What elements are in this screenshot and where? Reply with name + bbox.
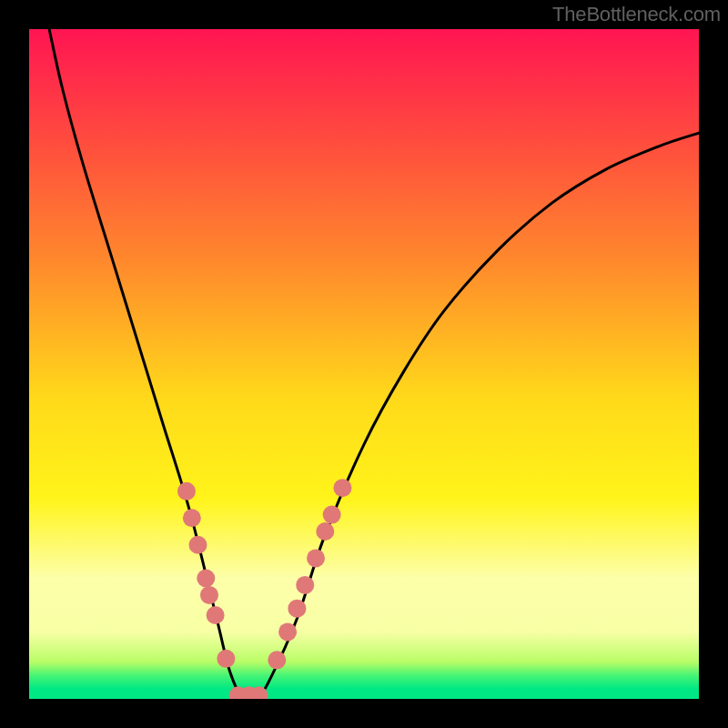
curve-marker bbox=[288, 600, 306, 618]
curve-marker bbox=[200, 586, 218, 604]
curve-markers bbox=[177, 479, 351, 699]
curve-marker bbox=[177, 482, 196, 500]
curve-layer bbox=[29, 29, 699, 699]
curve-marker bbox=[197, 570, 215, 588]
curve-marker bbox=[323, 506, 341, 524]
curve-marker bbox=[296, 576, 314, 594]
curve-marker bbox=[278, 622, 297, 641]
curve-marker bbox=[307, 549, 325, 567]
attribution-text: TheBottleneck.com bbox=[552, 3, 721, 26]
curve-marker bbox=[188, 536, 207, 554]
curve-marker bbox=[268, 651, 286, 669]
curve-marker bbox=[333, 479, 351, 497]
curve-marker bbox=[183, 509, 201, 527]
curve-marker bbox=[207, 606, 225, 624]
plot-area bbox=[29, 29, 699, 699]
curve-marker bbox=[217, 650, 235, 668]
bottleneck-curve bbox=[49, 29, 699, 699]
curve-marker bbox=[316, 522, 334, 541]
